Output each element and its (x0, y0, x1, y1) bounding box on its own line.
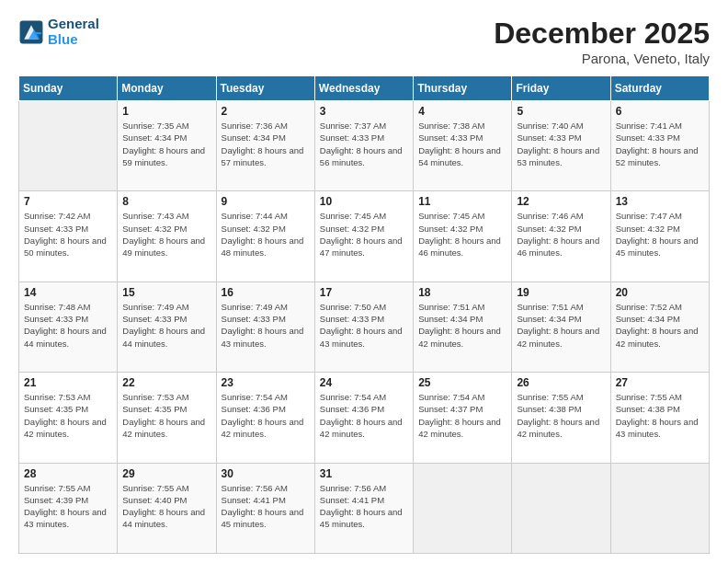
day-number: 20 (616, 286, 704, 299)
calendar-header: SundayMondayTuesdayWednesdayThursdayFrid… (19, 76, 710, 101)
day-info: Sunrise: 7:48 AMSunset: 4:33 PMDaylight:… (24, 301, 112, 350)
weekday-header-thursday: Thursday (414, 76, 512, 101)
day-info: Sunrise: 7:53 AMSunset: 4:35 PMDaylight:… (122, 391, 210, 440)
calendar-cell: 4Sunrise: 7:38 AMSunset: 4:33 PMDaylight… (414, 101, 512, 191)
calendar-cell: 14Sunrise: 7:48 AMSunset: 4:33 PMDayligh… (19, 282, 118, 372)
day-number: 7 (24, 195, 112, 208)
calendar-cell: 22Sunrise: 7:53 AMSunset: 4:35 PMDayligh… (118, 373, 216, 463)
svg-rect-3 (34, 32, 41, 34)
day-number: 30 (222, 467, 310, 480)
calendar-cell: 2Sunrise: 7:36 AMSunset: 4:34 PMDaylight… (216, 101, 314, 191)
day-info: Sunrise: 7:49 AMSunset: 4:33 PMDaylight:… (122, 301, 210, 350)
calendar-cell: 21Sunrise: 7:53 AMSunset: 4:35 PMDayligh… (19, 373, 118, 463)
day-number: 23 (222, 376, 310, 389)
day-info: Sunrise: 7:56 AMSunset: 4:41 PMDaylight:… (222, 482, 310, 531)
day-info: Sunrise: 7:35 AMSunset: 4:34 PMDaylight:… (122, 120, 210, 168)
calendar-cell (19, 101, 118, 191)
day-info: Sunrise: 7:45 AMSunset: 4:32 PMDaylight:… (418, 210, 506, 259)
day-info: Sunrise: 7:51 AMSunset: 4:34 PMDaylight:… (517, 301, 605, 350)
day-number: 2 (222, 105, 310, 118)
day-info: Sunrise: 7:46 AMSunset: 4:32 PMDaylight:… (517, 210, 605, 259)
weekday-header-wednesday: Wednesday (314, 76, 413, 101)
calendar-body: 1Sunrise: 7:35 AMSunset: 4:34 PMDaylight… (19, 101, 710, 554)
day-number: 11 (418, 195, 506, 208)
day-info: Sunrise: 7:52 AMSunset: 4:34 PMDaylight:… (616, 301, 704, 350)
day-number: 27 (616, 376, 704, 389)
logo-line2: Blue (48, 32, 99, 48)
day-info: Sunrise: 7:53 AMSunset: 4:35 PMDaylight:… (24, 391, 112, 440)
day-info: Sunrise: 7:44 AMSunset: 4:32 PMDaylight:… (222, 210, 310, 259)
header: General Blue December 2025 Parona, Venet… (18, 17, 710, 66)
weekday-header-tuesday: Tuesday (216, 76, 314, 101)
calendar-week-0: 1Sunrise: 7:35 AMSunset: 4:34 PMDaylight… (19, 101, 710, 191)
calendar-cell: 20Sunrise: 7:52 AMSunset: 4:34 PMDayligh… (610, 282, 709, 372)
calendar-cell: 19Sunrise: 7:51 AMSunset: 4:34 PMDayligh… (512, 282, 610, 372)
title-section: December 2025 Parona, Veneto, Italy (494, 17, 710, 66)
logo-line1: General (48, 17, 99, 32)
calendar-cell: 24Sunrise: 7:54 AMSunset: 4:36 PMDayligh… (314, 373, 413, 463)
day-number: 16 (222, 286, 310, 299)
calendar-cell: 8Sunrise: 7:43 AMSunset: 4:32 PMDaylight… (118, 191, 216, 282)
day-number: 21 (24, 376, 112, 389)
day-info: Sunrise: 7:56 AMSunset: 4:41 PMDaylight:… (320, 482, 408, 531)
day-number: 8 (122, 195, 210, 208)
page: General Blue December 2025 Parona, Venet… (0, 0, 728, 563)
calendar-cell (512, 463, 610, 553)
calendar-cell: 16Sunrise: 7:49 AMSunset: 4:33 PMDayligh… (216, 282, 314, 372)
calendar-cell: 11Sunrise: 7:45 AMSunset: 4:32 PMDayligh… (414, 191, 512, 282)
day-number: 25 (418, 376, 506, 389)
weekday-header-saturday: Saturday (610, 76, 709, 101)
day-number: 1 (122, 105, 210, 118)
day-info: Sunrise: 7:51 AMSunset: 4:34 PMDaylight:… (418, 301, 506, 350)
calendar-cell: 3Sunrise: 7:37 AMSunset: 4:33 PMDaylight… (314, 101, 413, 191)
day-number: 12 (517, 195, 605, 208)
day-number: 17 (320, 286, 408, 299)
calendar-cell: 9Sunrise: 7:44 AMSunset: 4:32 PMDaylight… (216, 191, 314, 282)
day-number: 28 (24, 467, 112, 480)
day-info: Sunrise: 7:43 AMSunset: 4:32 PMDaylight:… (122, 210, 210, 259)
subtitle: Parona, Veneto, Italy (494, 51, 710, 66)
day-number: 19 (517, 286, 605, 299)
main-title: December 2025 (494, 17, 710, 51)
calendar-cell: 30Sunrise: 7:56 AMSunset: 4:41 PMDayligh… (216, 463, 314, 553)
logo-icon (18, 19, 44, 45)
calendar: SundayMondayTuesdayWednesdayThursdayFrid… (18, 75, 710, 554)
day-number: 6 (616, 105, 704, 118)
calendar-cell: 23Sunrise: 7:54 AMSunset: 4:36 PMDayligh… (216, 373, 314, 463)
calendar-cell: 28Sunrise: 7:55 AMSunset: 4:39 PMDayligh… (19, 463, 118, 553)
weekday-header-friday: Friday (512, 76, 610, 101)
day-info: Sunrise: 7:50 AMSunset: 4:33 PMDaylight:… (320, 301, 408, 350)
day-info: Sunrise: 7:38 AMSunset: 4:33 PMDaylight:… (418, 120, 506, 168)
day-info: Sunrise: 7:55 AMSunset: 4:38 PMDaylight:… (517, 391, 605, 440)
day-number: 4 (418, 105, 506, 118)
calendar-cell: 6Sunrise: 7:41 AMSunset: 4:33 PMDaylight… (610, 101, 709, 191)
calendar-cell: 17Sunrise: 7:50 AMSunset: 4:33 PMDayligh… (314, 282, 413, 372)
day-number: 31 (320, 467, 408, 480)
day-info: Sunrise: 7:40 AMSunset: 4:33 PMDaylight:… (517, 120, 605, 168)
calendar-cell: 25Sunrise: 7:54 AMSunset: 4:37 PMDayligh… (414, 373, 512, 463)
day-info: Sunrise: 7:47 AMSunset: 4:32 PMDaylight:… (616, 210, 704, 259)
calendar-cell: 27Sunrise: 7:55 AMSunset: 4:38 PMDayligh… (610, 373, 709, 463)
day-number: 18 (418, 286, 506, 299)
logo-text: General Blue (48, 17, 99, 47)
day-info: Sunrise: 7:49 AMSunset: 4:33 PMDaylight:… (222, 301, 310, 350)
weekday-header-monday: Monday (118, 76, 216, 101)
day-info: Sunrise: 7:37 AMSunset: 4:33 PMDaylight:… (320, 120, 408, 168)
day-info: Sunrise: 7:55 AMSunset: 4:39 PMDaylight:… (24, 482, 112, 531)
calendar-week-4: 28Sunrise: 7:55 AMSunset: 4:39 PMDayligh… (19, 463, 710, 553)
day-number: 13 (616, 195, 704, 208)
calendar-cell (414, 463, 512, 553)
day-number: 24 (320, 376, 408, 389)
day-number: 26 (517, 376, 605, 389)
day-number: 22 (122, 376, 210, 389)
day-info: Sunrise: 7:55 AMSunset: 4:38 PMDaylight:… (616, 391, 704, 440)
day-info: Sunrise: 7:36 AMSunset: 4:34 PMDaylight:… (222, 120, 310, 168)
calendar-cell: 7Sunrise: 7:42 AMSunset: 4:33 PMDaylight… (19, 191, 118, 282)
calendar-cell: 15Sunrise: 7:49 AMSunset: 4:33 PMDayligh… (118, 282, 216, 372)
calendar-cell: 5Sunrise: 7:40 AMSunset: 4:33 PMDaylight… (512, 101, 610, 191)
calendar-week-1: 7Sunrise: 7:42 AMSunset: 4:33 PMDaylight… (19, 191, 710, 282)
day-number: 14 (24, 286, 112, 299)
day-number: 10 (320, 195, 408, 208)
day-number: 3 (320, 105, 408, 118)
day-info: Sunrise: 7:41 AMSunset: 4:33 PMDaylight:… (616, 120, 704, 168)
